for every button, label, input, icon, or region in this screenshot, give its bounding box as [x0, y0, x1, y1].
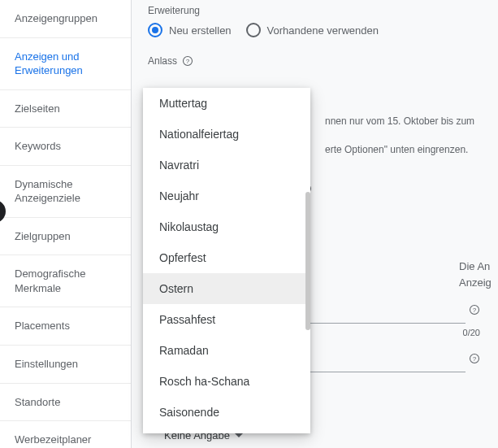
sidebar-item-zielgruppen[interactable]: Zielgruppen [0, 218, 131, 256]
help-icon[interactable]: ? [469, 353, 480, 367]
chevron-down-icon [235, 433, 243, 437]
radio-vorhandene-verwenden[interactable]: Vorhandene verwenden [246, 23, 379, 37]
truncated-line: Anzeig [459, 275, 498, 291]
dropdown-option-nationalfeiertag[interactable]: Nationalfeiertag [143, 119, 310, 150]
sidebar-item-werbezeitplaner[interactable]: Werbezeitplaner [0, 421, 131, 448]
sidebar-item-einstellungen[interactable]: Einstellungen [0, 346, 131, 384]
sidebar-item-zielseiten[interactable]: Zielseiten [0, 90, 131, 128]
dropdown-option-ostern[interactable]: Ostern [143, 273, 310, 304]
sidebar: Anzeigengruppen Anzeigen und Erweiterung… [0, 0, 132, 448]
occasion-label-row: Anlass ? [148, 55, 482, 67]
svg-text:?: ? [186, 58, 190, 65]
sidebar-item-dynamische-anzeigenziele[interactable]: Dynamische Anzeigenziele [0, 166, 131, 218]
sidebar-item-demografische-merkmale[interactable]: Demografische Merkmale [0, 255, 131, 307]
dropdown-option-passahfest[interactable]: Passahfest [143, 304, 310, 335]
svg-text:?: ? [473, 355, 477, 363]
radio-neu-erstellen[interactable]: Neu erstellen [148, 23, 232, 37]
dropdown-option-saisonende[interactable]: Saisonende [143, 397, 310, 428]
dropdown-option-muttertag[interactable]: Muttertag [143, 88, 310, 119]
dropdown-option-nikolaustag[interactable]: Nikolaustag [143, 211, 310, 242]
sidebar-item-anzeigen-erweiterungen[interactable]: Anzeigen und Erweiterungen [0, 38, 131, 90]
scrollbar-thumb[interactable] [305, 192, 310, 330]
help-icon[interactable]: ? [469, 304, 480, 318]
radio-selected-icon [148, 23, 162, 37]
occasion-label: Anlass [148, 55, 177, 67]
dropdown-option-rosch-ha-schana[interactable]: Rosch ha-Schana [143, 366, 310, 397]
text-fields: ? 0/20 ? [309, 301, 466, 398]
dropdown-option-navratri[interactable]: Navratri [143, 150, 310, 181]
text-input[interactable]: ? [309, 350, 466, 372]
sidebar-item-placements[interactable]: Placements [0, 307, 131, 346]
sidebar-item-anzeigengruppen[interactable]: Anzeigengruppen [0, 0, 131, 38]
radio-unselected-icon [246, 23, 261, 37]
dropdown-option-schulbeginn[interactable]: Schulbeginn [143, 428, 310, 433]
sidebar-item-standorte[interactable]: Standorte [0, 384, 131, 422]
sidebar-item-keywords[interactable]: Keywords [0, 128, 131, 166]
extension-section-label: Erweiterung [148, 5, 482, 16]
radio-label: Vorhandene verwenden [267, 24, 379, 37]
svg-text:?: ? [473, 307, 477, 314]
dropdown-option-ramadan[interactable]: Ramadan [143, 335, 310, 366]
occasion-dropdown[interactable]: Muttertag Nationalfeiertag Navratri Neuj… [143, 88, 310, 433]
hint-line: erte Optionen" unten eingrenzen. [325, 142, 496, 158]
right-panel-truncated: Die An Anzeig [459, 259, 498, 290]
text-input[interactable]: ? 0/20 [309, 301, 466, 324]
dropdown-option-opferfest[interactable]: Opferfest [143, 242, 310, 273]
hint-line: nnen nur vom 15. Oktober bis zum [325, 114, 496, 129]
occasion-hint-text: nnen nur vom 15. Oktober bis zum erte Op… [325, 114, 496, 158]
dropdown-option-neujahr[interactable]: Neujahr [143, 181, 310, 211]
help-icon[interactable]: ? [182, 55, 193, 67]
extension-radio-group: Neu erstellen Vorhandene verwenden [148, 23, 482, 37]
char-counter: 0/20 [463, 328, 480, 337]
truncated-line: Die An [459, 259, 498, 275]
radio-label: Neu erstellen [169, 24, 232, 37]
